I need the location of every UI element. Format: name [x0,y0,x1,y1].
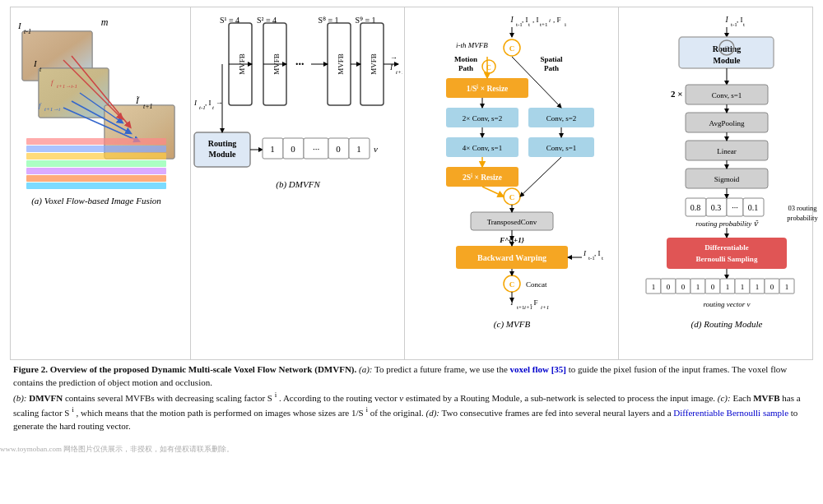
input-i-c: i [549,17,551,24]
panel-b-svg: S¹ = 4 S² = 4 S⁸ = 1 S⁹ = 1 I t-1 , I t … [193,11,402,323]
motion-path-label2: Path [458,64,473,72]
warp-sub2: t [602,255,603,261]
caption-c-sup: i [72,405,74,414]
flow-forward-sub: t+1→t [44,106,61,113]
label-i-tilde-sub: t+1 [143,103,153,110]
input-label-c: I [509,16,514,24]
v3: 0 [336,144,341,154]
m-label: m [101,16,109,28]
prob1-val: 0.8 [690,203,700,212]
panel-c-label: (c) MVFB [494,319,531,330]
comma2-c: , I [532,16,539,24]
resize1-label: 1/Sⁱ × Resize [467,84,509,93]
v-label: v [374,144,378,154]
diff-bernoulli-text1: Differentiable [704,243,748,252]
conv-s1-left-text: 4× Conv, s=1 [463,144,502,152]
label-i-tilde: Ĩ [135,95,140,105]
svg-rect-16 [26,175,166,182]
svg-rect-14 [26,160,166,167]
rv6-val: 1 [725,283,729,291]
caption-d-intro: (d): [426,408,440,418]
caption-b-dmvfn: DMVFN [29,393,63,403]
resize2-label: 2Sⁱ × Resize [463,173,502,182]
conv-s2-left-text: 2× Conv, s=2 [463,114,502,123]
input-sub2-b: t [212,104,215,111]
input-sub2-d: t [743,21,745,28]
caption-b-text: contains several MVFBs with decreasing s… [65,393,272,403]
diff-bernoulli-text2: Bernoulli Sampling [695,255,757,263]
panel-d-label: (d) Routing Module [690,319,762,330]
panel-b-label: (b) DMVFN [276,179,320,190]
rv10-val: 1 [784,283,788,291]
main-container: m [0,0,823,437]
warp-input-label: I [583,249,587,257]
diff-bernoulli-box [667,238,787,269]
concat-bottom-text: C [509,193,515,201]
rv4-val: 1 [695,283,700,291]
panel-c-svg: I t-1 , I t , I t+1 i , F i [407,11,616,331]
prob2-val: 0.3 [710,203,721,212]
panel-a-label: (a) Voxel Flow-based Image Fusion [31,196,161,206]
routing-module-text-b: Routing [208,139,236,148]
caption-c-intro: (c): [718,393,731,403]
v4: 1 [356,144,361,154]
voxel-flow-text: voxel flow [35] [510,364,566,374]
avgpool-text-d: AvgPooling [709,119,744,127]
linear-text-d: Linear [717,147,736,155]
svg-rect-11 [26,138,166,145]
concat-label-text: Concat [526,280,547,289]
v-dots: ··· [313,144,320,154]
rv1-val: 1 [651,283,655,291]
rv8-val: 1 [755,283,759,291]
conv-s2-right-text: Conv, s=2 [546,114,577,123]
svg-line-43 [520,157,561,197]
input-label-d: I [724,16,728,24]
routing-vector-label: routing vector v [703,300,750,308]
diff-bernoulli-text-cap: Differentiable Bernoulli sample [673,408,788,418]
routing-prob-03-label: 03 routing [788,204,817,212]
mvfb3-label: MVFB [337,53,345,75]
flow-backward-sub: t+1→t-1 [57,83,77,90]
routing-module-text2-b: Module [209,150,236,159]
conv-s1-right-text: Conv, s=1 [546,144,577,152]
svg-rect-13 [26,153,166,160]
comma3-c: , F [553,16,561,24]
comma1-c: , I [522,16,528,24]
voxel-flow-ref[interactable]: voxel flow [35] [510,364,566,374]
figure-number: Figure 2. [13,364,48,374]
concat-circle-text-d: C [724,45,728,53]
concat-c-text: C [509,44,515,53]
caption-c-mvfb: MVFB [753,393,779,403]
2x-label: 2 × [671,89,683,99]
caption-c-text4: of the original. [370,408,424,418]
caption-a-intro: (a): [359,364,373,374]
input-label-b: I [193,99,198,107]
sigmoid-text-d: Sigmoid [714,175,739,183]
panel-b: S¹ = 4 S² = 4 S⁸ = 1 S⁹ = 1 I t-1 , I t … [191,7,405,359]
spatial-path-label2: Path [544,64,559,72]
caption-c-sup2: i [365,405,368,414]
caption-c-text3: , which means that the motion path is pe… [76,408,363,418]
transposed-conv-text: TransposedConv [487,218,537,226]
caption-b-text3: estimated by a Routing Module, a sub-net… [406,393,715,403]
caption-bold-title: Overview of the proposed Dynamic Multi-s… [50,364,357,374]
routing-prob-label: routing probability v̄ [695,220,759,228]
rv7-val: 1 [740,283,744,291]
comma-d: , I [737,16,743,24]
svg-rect-12 [26,146,166,152]
caption-c-text: Each [732,393,753,403]
comma-b: , I [205,99,212,107]
ith-mvfb-label: i-th MVFB [456,41,488,49]
v1: 1 [270,144,275,154]
arrow-output-b: → [390,53,398,62]
mvfb4-label: MVFB [370,53,378,75]
svg-rect-17 [26,183,166,189]
output-comma-c: , F [530,298,538,307]
rv5-val: 0 [710,283,714,291]
input-sub2-c: t [528,21,530,28]
spatial-path-label: Spatial [540,55,563,63]
caption-b-v: v [399,393,403,403]
panel-c: I t-1 , I t , I t+1 i , F i [405,7,619,359]
output-i2-c: i+1 [541,304,549,311]
warp-comma: , I [594,249,601,257]
